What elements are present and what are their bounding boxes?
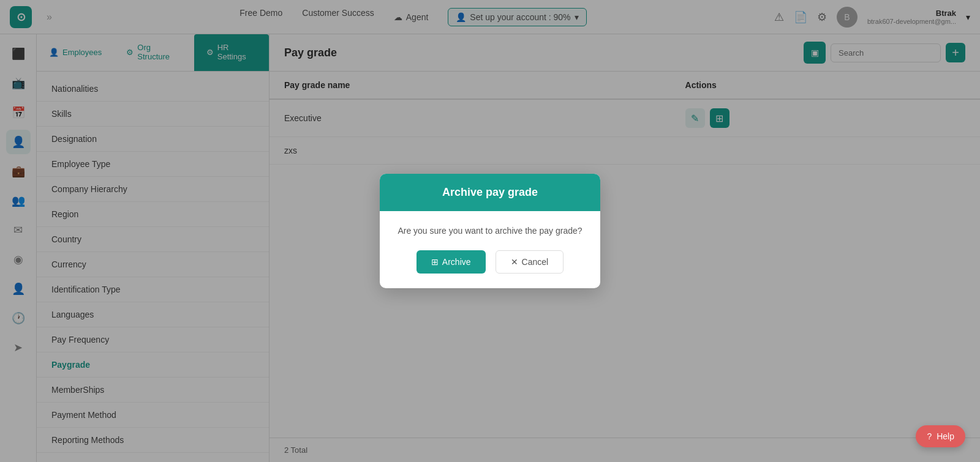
help-button[interactable]: ? Help — [916, 425, 965, 447]
modal-actions: ⊞ Archive ✕ Cancel — [380, 250, 600, 288]
archive-modal: Archive pay grade Are you sure you want … — [380, 174, 600, 288]
cancel-x-icon: ✕ — [511, 257, 518, 267]
cancel-archive-button[interactable]: ✕ Cancel — [496, 250, 564, 274]
modal-overlay[interactable]: Archive pay grade Are you sure you want … — [0, 0, 980, 462]
modal-header: Archive pay grade — [380, 174, 600, 211]
question-icon: ? — [927, 431, 932, 441]
modal-body: Are you sure you want to archive the pay… — [380, 211, 600, 250]
modal-message: Are you sure you want to archive the pay… — [398, 226, 582, 236]
archive-btn-icon: ⊞ — [431, 257, 439, 267]
modal-title: Archive pay grade — [442, 186, 538, 198]
confirm-archive-button[interactable]: ⊞ Archive — [417, 250, 486, 274]
